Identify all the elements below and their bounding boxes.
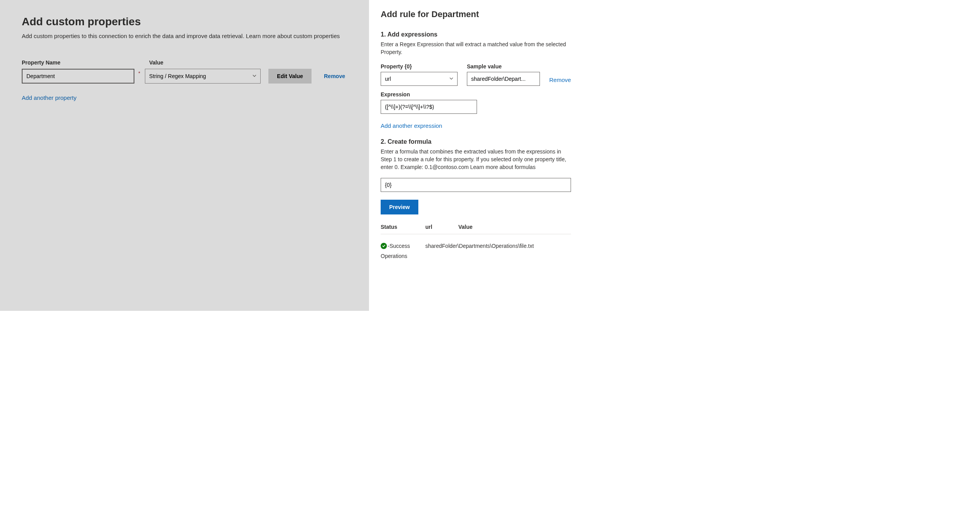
results-header-status: Status	[381, 224, 425, 230]
step2-heading: 2. Create formula	[381, 138, 571, 145]
sample-value-label: Sample value	[467, 63, 540, 70]
panel-title: Add rule for Department	[381, 9, 571, 19]
results-header: Status url Value	[381, 224, 571, 234]
add-another-expression-link[interactable]: Add another expression	[381, 122, 442, 129]
preview-button[interactable]: Preview	[381, 200, 418, 214]
step1-heading: 1. Add expressions	[381, 31, 571, 38]
step1-description: Enter a Regex Expression that will extra…	[381, 40, 571, 56]
results-header-url: url	[425, 224, 458, 230]
results-row: -Success sharedFolder\Departments\Operat…	[381, 234, 571, 259]
success-check-icon	[381, 243, 387, 249]
sample-value-input[interactable]	[467, 72, 540, 86]
property-select-label: Property {0}	[381, 63, 458, 70]
property-select-display[interactable]	[381, 72, 458, 86]
add-rule-panel: Add rule for Department 1. Add expressio…	[369, 0, 583, 311]
property-select[interactable]	[381, 72, 458, 86]
step2-description: Enter a formula that combines the extrac…	[381, 148, 571, 171]
result-url-text: sharedFolder\Departments\Operations\file…	[425, 243, 571, 249]
formula-input[interactable]	[381, 178, 571, 192]
status-text: -Success	[388, 243, 410, 249]
remove-expression-link[interactable]: Remove	[549, 77, 571, 86]
expression-input[interactable]	[381, 100, 477, 114]
result-value-text: Operations	[381, 253, 571, 259]
results-header-value: Value	[458, 224, 571, 230]
expression-label: Expression	[381, 91, 571, 98]
